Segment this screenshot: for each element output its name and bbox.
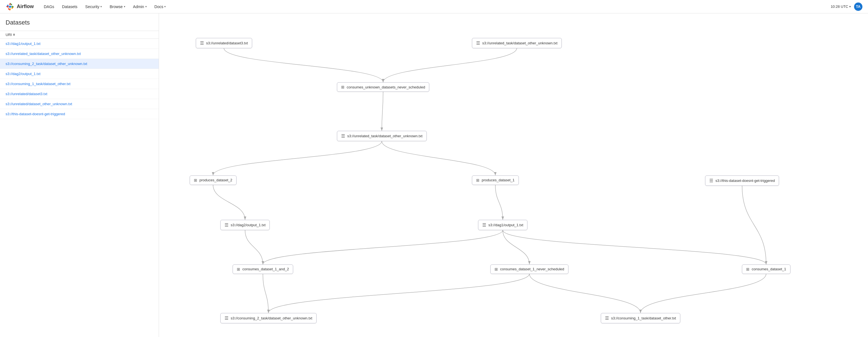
node-label: consumes_dataset_1_and_2: [242, 267, 289, 271]
user-avatar[interactable]: TA: [854, 2, 862, 11]
sort-icon: ⬆: [13, 33, 15, 36]
dataset-icon: ☰: [476, 40, 480, 46]
dag-node[interactable]: ⊞consumes_dataset_1: [742, 265, 790, 274]
list-item[interactable]: s3://this-dataset-doesnt-get-triggered: [0, 109, 159, 119]
dag-node[interactable]: ⊞produces_dataset_2: [190, 176, 237, 185]
dataset-icon: ☰: [482, 222, 486, 227]
dag-icon: ⊞: [495, 267, 498, 271]
dataset-icon: ☰: [341, 133, 345, 139]
brand-name: Airflow: [17, 4, 34, 9]
dataset-icon: ☰: [200, 40, 204, 46]
node-label: produces_dataset_1: [482, 178, 515, 182]
page-content: Datasets URI ⬆ s3://dag1/output_1.txt s3…: [0, 13, 868, 337]
list-item[interactable]: s3://dag1/output_1.txt: [0, 39, 159, 49]
dataset-node[interactable]: ☰s3://unrelated_task/dataset_other_unkno…: [472, 38, 562, 48]
list-item[interactable]: s3://consuming_2_task/dataset_other_unkn…: [0, 59, 159, 69]
dataset-node[interactable]: ☰s3://this-dataset-doesnt-get-triggered: [705, 176, 779, 186]
nav-security[interactable]: Security▾: [82, 3, 105, 10]
docs-caret: ▾: [164, 5, 166, 8]
dag-icon: ⊞: [237, 267, 240, 271]
dataset-node[interactable]: ☰s3://unrelated/dataset3.txt: [196, 38, 252, 48]
sidebar-rows: s3://dag1/output_1.txt s3://unrelated_ta…: [0, 39, 159, 119]
svg-point-8: [9, 6, 11, 8]
dag-node[interactable]: ⊞consumes_dataset_1_and_2: [232, 265, 293, 274]
dag-node[interactable]: ⊞produces_dataset_1: [472, 176, 519, 185]
navbar: Airflow DAGs Datasets Security▾ Browse▾ …: [0, 0, 868, 13]
airflow-logo: [6, 2, 14, 11]
sidebar: Datasets URI ⬆ s3://dag1/output_1.txt s3…: [0, 13, 159, 337]
brand[interactable]: Airflow: [6, 2, 34, 11]
dag-node[interactable]: ⊞consumes_dataset_1_never_scheduled: [490, 265, 568, 274]
edges-svg: [166, 20, 868, 327]
node-label: s3://unrelated_task/dataset_other_unknow…: [482, 41, 558, 45]
dataset-node[interactable]: ☰s3://dag1/output_1.txt: [478, 220, 527, 230]
nav-browse[interactable]: Browse▾: [106, 3, 129, 10]
dataset-node[interactable]: ☰s3://dag2/output_1.txt: [220, 220, 270, 230]
list-item[interactable]: s3://unrelated_task/dataset_other_unknow…: [0, 49, 159, 59]
dataset-icon: ☰: [709, 178, 713, 183]
dataset-icon: ☰: [224, 222, 228, 227]
dataset-icon: ☰: [224, 315, 228, 321]
dag-node[interactable]: ⊞consumes_unknown_datasets_never_schedul…: [337, 82, 429, 92]
list-item[interactable]: s3://consuming_1_task/dataset_other.txt: [0, 79, 159, 89]
node-label: consumes_dataset_1_never_scheduled: [500, 267, 564, 271]
nav-admin[interactable]: Admin▾: [130, 3, 150, 10]
node-label: s3://this-dataset-doesnt-get-triggered: [715, 179, 775, 183]
list-item[interactable]: s3://unrelated/dataset_other_unknown.txt: [0, 99, 159, 109]
node-label: produces_dataset_2: [199, 178, 232, 182]
nav-datasets[interactable]: Datasets: [59, 3, 81, 10]
dag-icon: ⊞: [341, 85, 344, 89]
browse-caret: ▾: [124, 5, 125, 8]
admin-caret: ▾: [145, 5, 147, 8]
table-header: URI ⬆: [0, 31, 159, 39]
node-label: s3://unrelated/dataset3.txt: [206, 41, 248, 45]
nav-docs[interactable]: Docs▾: [151, 3, 169, 10]
list-item[interactable]: s3://dag2/output_1.txt: [0, 69, 159, 79]
time-caret: ▾: [849, 5, 851, 8]
dag-icon: ⊞: [746, 267, 749, 271]
node-label: s3://dag1/output_1.txt: [488, 223, 523, 227]
graph-area[interactable]: ☰s3://unrelated/dataset3.txt☰s3://unrela…: [159, 13, 868, 337]
page-title: Datasets: [0, 19, 159, 31]
security-caret: ▾: [100, 5, 102, 8]
node-label: s3://consuming_2_task/dataset_other_unkn…: [231, 316, 312, 320]
dataset-node[interactable]: ☰s3://consuming_2_task/dataset_other_unk…: [220, 313, 317, 323]
node-label: s3://consuming_1_task/dataset_other.txt: [611, 316, 676, 320]
node-label: s3://dag2/output_1.txt: [231, 223, 266, 227]
dag-icon: ⊞: [194, 178, 197, 182]
node-label: consumes_dataset_1: [752, 267, 786, 271]
dataset-node[interactable]: ☰s3://consuming_1_task/dataset_other.txt: [601, 313, 680, 323]
dataset-node[interactable]: ☰s3://unrelated_task/dataset_other_unkno…: [337, 131, 427, 141]
graph-canvas: ☰s3://unrelated/dataset3.txt☰s3://unrela…: [166, 20, 868, 327]
nav-time[interactable]: 10:28 UTC ▾: [831, 4, 851, 9]
node-label: s3://unrelated_task/dataset_other_unknow…: [347, 134, 423, 138]
nav-links: DAGs Datasets Security▾ Browse▾ Admin▾ D…: [40, 3, 831, 10]
dag-icon: ⊞: [476, 178, 479, 182]
nav-right: 10:28 UTC ▾ TA: [831, 2, 862, 11]
node-label: consumes_unknown_datasets_never_schedule…: [347, 85, 425, 89]
nav-dags[interactable]: DAGs: [40, 3, 58, 10]
list-item[interactable]: s3://unrelated/dataset3.txt: [0, 89, 159, 99]
uri-column-header[interactable]: URI ⬆: [6, 33, 15, 37]
dataset-icon: ☰: [605, 315, 609, 321]
